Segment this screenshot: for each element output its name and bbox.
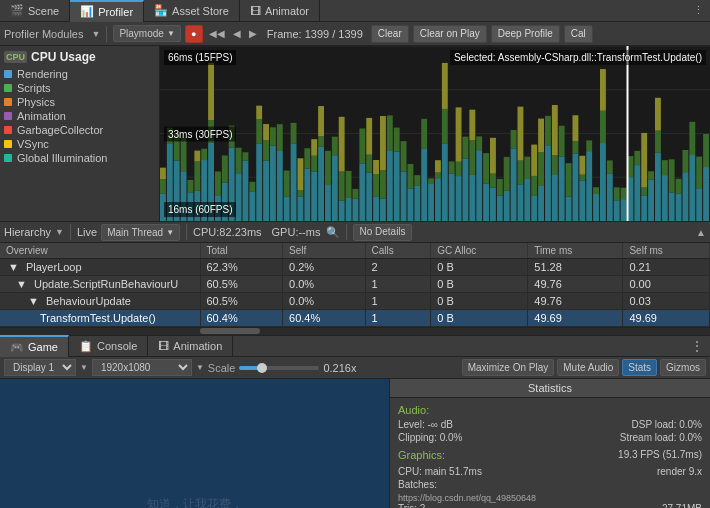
cpu-sidebar: CPU CPU Usage Rendering Scripts Physics …	[0, 46, 160, 221]
expand-icon: ▼	[28, 295, 39, 307]
table-row[interactable]: ▼ BehaviourUpdate 60.5% 0.0% 1 0 B 49.76…	[0, 293, 710, 310]
stats-button[interactable]: Stats	[622, 359, 657, 376]
scale-slider-track	[239, 364, 319, 372]
record-icon: ●	[191, 29, 196, 39]
cpu-item-vsync: VSync	[4, 138, 155, 150]
batches-row: Batches:	[398, 479, 702, 490]
cpu-item-rendering: Rendering	[4, 68, 155, 80]
tris-val: 27.71MB	[662, 503, 702, 508]
table-row[interactable]: ▼ Update.ScriptRunBehaviourU 60.5% 0.0% …	[0, 276, 710, 293]
chart-label-mid: 33ms (30FPS)	[164, 126, 236, 141]
playmode-arrow-icon: ▼	[167, 29, 175, 38]
game-icon: 🎮	[10, 341, 24, 354]
table-row[interactable]: ▼ PlayerLoop 62.3% 0.2% 2 0 B 51.28 0.21	[0, 259, 710, 276]
expand-icon: ▼	[8, 261, 19, 273]
scale-value: 0.216x	[323, 362, 356, 374]
scene-icon: 🎬	[10, 4, 24, 17]
tab-animator[interactable]: 🎞 Animator	[240, 0, 320, 22]
bottom-options-icon[interactable]: ⋮	[684, 336, 710, 356]
stream-load: Stream load: 0.0%	[620, 432, 702, 443]
audio-level-row: Level: -∞ dB DSP load: 0.0%	[398, 419, 702, 430]
maximize-on-play-button[interactable]: Maximize On Play	[462, 359, 555, 376]
gpu-info: GPU:--ms	[272, 226, 321, 238]
tris-label: Tris: 2	[398, 503, 425, 508]
prev-step-button[interactable]: ◀	[231, 28, 243, 39]
thread-arrow-icon: ▼	[166, 228, 174, 237]
tab-console[interactable]: 📋 Console	[69, 335, 148, 357]
divider-4	[346, 224, 347, 240]
cpu-item-gi: Global Illumination	[4, 152, 155, 164]
scale-slider-thumb[interactable]	[257, 363, 267, 373]
tab-game[interactable]: 🎮 Game	[0, 335, 69, 357]
scripts-color	[4, 84, 12, 92]
deep-profile-button[interactable]: Deep Profile	[491, 25, 560, 43]
chart-selected-info: Selected: Assembly-CSharp.dll::Transform…	[450, 50, 706, 65]
col-self-ms[interactable]: Self ms	[623, 243, 710, 259]
prev-frame-button[interactable]: ◀◀	[207, 28, 227, 39]
gizmos-button[interactable]: Gizmos	[660, 359, 706, 376]
clear-on-play-button[interactable]: Clear on Play	[413, 25, 487, 43]
row-name: ▼ BehaviourUpdate	[0, 293, 200, 310]
right-buttons: Maximize On Play Mute Audio Stats Gizmos	[462, 359, 706, 376]
table-area: Overview Total Self Calls GC Alloc Time …	[0, 243, 710, 327]
col-total[interactable]: Total	[200, 243, 283, 259]
display-arrow-icon: ▼	[80, 363, 88, 372]
col-calls[interactable]: Calls	[365, 243, 431, 259]
chart-label-top: 66ms (15FPS)	[164, 50, 236, 65]
live-label: Live	[77, 226, 97, 238]
horizontal-scrollbar[interactable]	[0, 327, 710, 335]
game-area: 知道，让我花费，https://blog.csdn.net/qq_4985064…	[0, 379, 710, 508]
mute-audio-button[interactable]: Mute Audio	[557, 359, 619, 376]
cal-button[interactable]: Cal	[564, 25, 593, 43]
col-time-ms[interactable]: Time ms	[528, 243, 623, 259]
row-name: TransformTest.Update()	[0, 310, 200, 327]
url-row: https://blog.csdn.net/qq_49850648	[398, 492, 702, 503]
cpu-item-scripts: Scripts	[4, 82, 155, 94]
audio-clipping: Clipping: 0.0%	[398, 432, 462, 443]
row-name: ▼ Update.ScriptRunBehaviourU	[0, 276, 200, 293]
tab-profiler[interactable]: 📊 Profiler	[70, 0, 144, 22]
fps-value: 19.3 FPS (51.7ms)	[618, 449, 702, 464]
cpu-main: CPU: main 51.7ms	[398, 466, 482, 477]
bottom-tab-bar: 🎮 Game 📋 Console 🎞 Animation ⋮	[0, 335, 710, 357]
table-row[interactable]: TransformTest.Update() 60.4% 60.4% 1 0 B…	[0, 310, 710, 327]
col-self[interactable]: Self	[283, 243, 366, 259]
gpu-search-icon[interactable]: 🔍	[326, 226, 340, 239]
vsync-color	[4, 140, 12, 148]
hierarchy-arrow-icon: ▼	[55, 227, 64, 237]
cpu-item-animation: Animation	[4, 110, 155, 122]
main-thread-dropdown[interactable]: Main Thread ▼	[101, 224, 180, 241]
clear-button[interactable]: Clear	[371, 25, 409, 43]
display-select[interactable]: Display 1	[4, 359, 76, 376]
chart-label-bot: 16ms (60FPS)	[164, 202, 236, 217]
resolution-arrow-icon: ▼	[196, 363, 204, 372]
physics-color	[4, 98, 12, 106]
cpu-item-gc: GarbageCollector	[4, 124, 155, 136]
expand-icon: ▼	[16, 278, 27, 290]
details-dropdown[interactable]: No Details	[353, 224, 411, 241]
tab-scene[interactable]: 🎬 Scene	[0, 0, 70, 22]
top-tab-bar: 🎬 Scene 📊 Profiler 🏪 Asset Store 🎞 Anima…	[0, 0, 710, 22]
tab-asset-store[interactable]: 🏪 Asset Store	[144, 0, 240, 22]
cpu-icon: CPU	[4, 51, 27, 63]
chart-area[interactable]: 66ms (15FPS) 33ms (30FPS) 16ms (60FPS) S…	[160, 46, 710, 221]
next-step-button[interactable]: ▶	[247, 28, 259, 39]
record-button[interactable]: ●	[185, 25, 203, 43]
profiler-modules-label: Profiler Modules	[4, 28, 83, 40]
col-overview[interactable]: Overview	[0, 243, 200, 259]
gc-color	[4, 126, 12, 134]
tab-animation[interactable]: 🎞 Animation	[148, 335, 233, 357]
profiler-table: Overview Total Self Calls GC Alloc Time …	[0, 243, 710, 327]
profiler-toolbar: Profiler Modules ▼ Playmode ▼ ● ◀◀ ◀ ▶ F…	[0, 22, 710, 46]
tris-row: Tris: 2 27.71MB	[398, 503, 702, 508]
resolution-select[interactable]: 1920x1080	[92, 359, 192, 376]
audio-clipping-row: Clipping: 0.0% Stream load: 0.0%	[398, 432, 702, 443]
profiler-chart-canvas[interactable]	[160, 46, 710, 221]
cpu-info: CPU:82.23ms	[193, 226, 261, 238]
playmode-dropdown[interactable]: Playmode ▼	[113, 25, 180, 42]
game-viewport[interactable]: 知道，让我花费，https://blog.csdn.net/qq_4985064…	[0, 379, 390, 508]
options-menu-icon[interactable]: ⋮	[687, 2, 710, 19]
gi-color	[4, 154, 12, 162]
cpu-title: CPU CPU Usage	[4, 50, 155, 64]
col-gc-alloc[interactable]: GC Alloc	[431, 243, 528, 259]
